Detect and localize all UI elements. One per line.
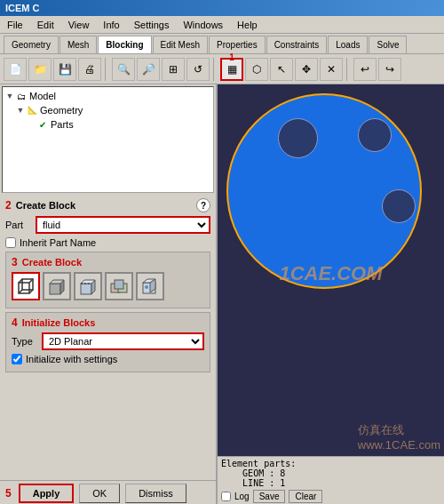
init-settings-row: Initialize with settings bbox=[12, 354, 204, 364]
clear-status-btn[interactable]: Clear bbox=[289, 490, 322, 503]
tab-geometry[interactable]: Geometry bbox=[4, 36, 59, 53]
svg-point-19 bbox=[145, 285, 148, 289]
inherit-row: Inherit Part Name bbox=[5, 237, 210, 248]
inherit-label: Inherit Part Name bbox=[20, 237, 96, 248]
toolbar-tabs: Geometry Mesh Blocking Edit Mesh Propert… bbox=[0, 34, 444, 54]
svg-rect-15 bbox=[115, 280, 123, 289]
sub-section-title: 3 Create Block bbox=[12, 256, 204, 268]
init-settings-label: Initialize with settings bbox=[26, 354, 117, 364]
menu-view[interactable]: View bbox=[65, 19, 93, 31]
toolbar-icon-select[interactable]: ↖ bbox=[270, 58, 293, 81]
menu-windows[interactable]: Windows bbox=[179, 19, 226, 31]
toolbar-icon-redo[interactable]: ↪ bbox=[378, 58, 401, 81]
tree-label-geometry: Geometry bbox=[40, 105, 83, 116]
init-settings-checkbox[interactable] bbox=[12, 354, 22, 364]
tab-mesh[interactable]: Mesh bbox=[59, 36, 97, 53]
menu-bar: File Edit View Info Settings Windows Hel… bbox=[0, 16, 444, 34]
ok-button[interactable]: OK bbox=[79, 484, 120, 503]
button-number-5: 5 bbox=[5, 487, 12, 500]
status-controls: Log Save Clear bbox=[221, 490, 440, 503]
tab-constraints[interactable]: Constraints bbox=[266, 36, 328, 53]
model-icon: 🗂 bbox=[15, 90, 28, 102]
init-section-title: 4 Initialize Blocks bbox=[12, 316, 204, 329]
app-title: ICEM C bbox=[5, 3, 40, 13]
toolbar-icon-new[interactable]: 📄 bbox=[4, 58, 27, 81]
tree-expand-geometry[interactable]: ▼ bbox=[15, 106, 26, 115]
hole-2 bbox=[358, 118, 392, 152]
toolbar-icon-undo[interactable]: ↩ bbox=[353, 58, 377, 81]
toolbar-icon-print[interactable]: 🖨 bbox=[78, 58, 101, 81]
menu-info[interactable]: Info bbox=[99, 19, 123, 31]
tree-item-parts[interactable]: ✔ Parts bbox=[4, 117, 211, 132]
viewport[interactable]: 1CAE.COM Element parts: GEOM : 8 LINE : … bbox=[218, 84, 444, 504]
menu-file[interactable]: File bbox=[4, 19, 27, 31]
tree-label-model: Model bbox=[29, 91, 56, 101]
line-text: LINE : 1 bbox=[221, 478, 440, 488]
tree-expand-model[interactable]: ▼ bbox=[4, 92, 15, 100]
toolbar-separator-2 bbox=[213, 58, 217, 81]
watermark-cn: 仿真在线www.1CAE.com bbox=[358, 422, 440, 452]
tree-view: ▼ 🗂 Model ▼ 📐 Geometry ✔ bbox=[2, 86, 214, 193]
block-icon-fancy[interactable] bbox=[136, 272, 164, 300]
block-icon-wireframe[interactable] bbox=[12, 272, 40, 300]
hole-1 bbox=[278, 118, 318, 158]
svg-rect-9 bbox=[81, 284, 91, 294]
toolbar-icon-fit[interactable]: ⊞ bbox=[162, 58, 185, 81]
geometry-icon: 📐 bbox=[26, 104, 38, 116]
viewport-bg: 1CAE.COM Element parts: GEOM : 8 LINE : … bbox=[218, 84, 444, 504]
block-icon-complex[interactable] bbox=[105, 272, 133, 300]
type-select[interactable]: 2D Planar 3D Blocking 2D Surface Blockin… bbox=[42, 332, 204, 350]
status-bar: Element parts: GEOM : 8 LINE : 1 Log Sav… bbox=[218, 456, 444, 504]
svg-rect-6 bbox=[50, 284, 60, 294]
save-status-btn[interactable]: Save bbox=[253, 490, 286, 503]
icon-toolbar: 📄 📁 💾 🖨 🔍 🔎 ⊞ ↺ ▦ 1 ⬡ ↖ ✥ ✕ ↩ ↪ bbox=[0, 54, 444, 84]
title-bar: ICEM C bbox=[0, 0, 444, 16]
block-icons-row bbox=[12, 272, 204, 300]
part-row: Part fluid bbox=[5, 216, 210, 234]
geom-text: GEOM : 8 bbox=[221, 468, 440, 478]
part-label: Part bbox=[5, 220, 32, 230]
apply-button[interactable]: Apply bbox=[19, 484, 75, 503]
create-block-sub: 3 Create Block bbox=[5, 252, 210, 308]
sub-number-3: 3 bbox=[12, 256, 18, 268]
section-title-create-block: 2 Create Block bbox=[5, 199, 75, 212]
tree-item-model[interactable]: ▼ 🗂 Model bbox=[4, 89, 211, 103]
hole-3 bbox=[382, 189, 416, 223]
create-block-label: Create Block bbox=[16, 200, 75, 211]
element-parts-label: Element parts: bbox=[221, 459, 440, 468]
toolbar-icon-save[interactable]: 💾 bbox=[53, 58, 76, 81]
menu-settings[interactable]: Settings bbox=[131, 19, 173, 31]
init-blocks-sub: 4 Initialize Blocks Type 2D Planar 3D Bl… bbox=[5, 312, 210, 372]
toolbar-icon-open[interactable]: 📁 bbox=[28, 58, 52, 81]
init-number-4: 4 bbox=[12, 316, 18, 329]
toolbar-icon-zoom-in[interactable]: 🔍 bbox=[112, 58, 135, 81]
type-label: Type bbox=[12, 336, 38, 347]
tab-loads[interactable]: Loads bbox=[328, 36, 368, 53]
menu-help[interactable]: Help bbox=[234, 19, 261, 31]
tab-blocking[interactable]: Blocking bbox=[98, 36, 151, 53]
tab-edit-mesh[interactable]: Edit Mesh bbox=[153, 36, 208, 53]
block-icon-solid[interactable] bbox=[43, 272, 71, 300]
inherit-checkbox[interactable] bbox=[5, 237, 16, 248]
section-number-2: 2 bbox=[5, 199, 12, 212]
dismiss-button[interactable]: Dismiss bbox=[125, 484, 186, 503]
toolbar-icon-mesh[interactable]: ⬡ bbox=[245, 58, 268, 81]
toolbar-icon-blocking[interactable]: ▦ 1 bbox=[220, 58, 243, 81]
tab-solve[interactable]: Solve bbox=[369, 36, 407, 53]
toolbar-icon-delete[interactable]: ✕ bbox=[320, 58, 343, 81]
type-row: Type 2D Planar 3D Blocking 2D Surface Bl… bbox=[12, 332, 204, 350]
log-checkbox[interactable] bbox=[221, 492, 231, 501]
panel-scroll[interactable]: ▼ 🗂 Model ▼ 📐 Geometry ✔ bbox=[0, 84, 216, 480]
toolbar-separator-1 bbox=[105, 58, 108, 81]
menu-edit[interactable]: Edit bbox=[34, 19, 58, 31]
toolbar-icon-zoom-out[interactable]: 🔎 bbox=[137, 58, 160, 81]
tree-label-parts: Parts bbox=[51, 119, 74, 130]
tree-item-geometry[interactable]: ▼ 📐 Geometry bbox=[4, 103, 211, 117]
part-select[interactable]: fluid bbox=[36, 216, 210, 234]
help-icon[interactable]: ? bbox=[196, 198, 210, 212]
tab-properties[interactable]: Properties bbox=[209, 36, 266, 53]
toolbar-icon-rotate[interactable]: ↺ bbox=[186, 58, 210, 81]
block-icon-half[interactable] bbox=[74, 272, 102, 300]
main-area: ▼ 🗂 Model ▼ 📐 Geometry ✔ bbox=[0, 84, 444, 504]
toolbar-icon-move[interactable]: ✥ bbox=[295, 58, 318, 81]
